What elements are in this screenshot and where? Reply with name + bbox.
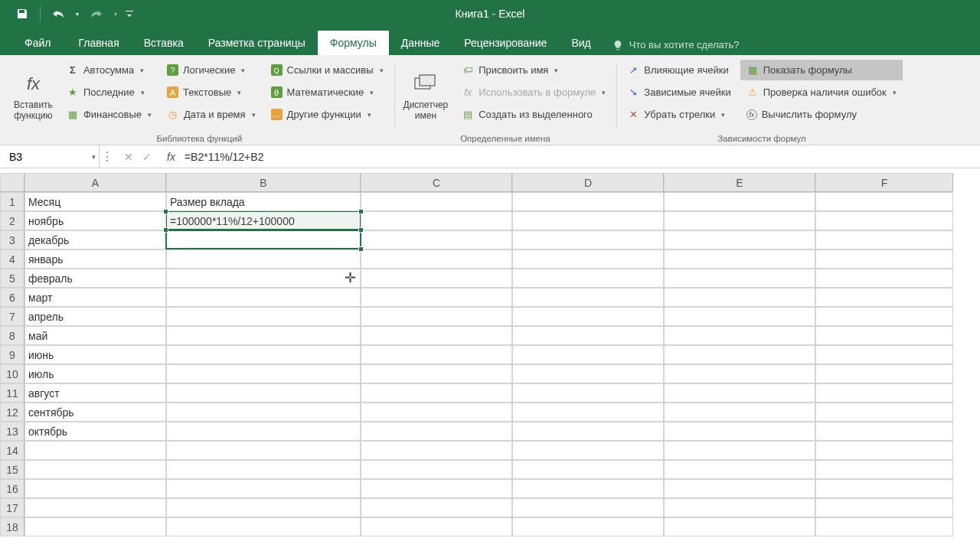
row-header[interactable]: 6 — [0, 288, 24, 307]
show-formulas-button[interactable]: ▦Показать формулы — [740, 60, 903, 80]
cell-A7[interactable]: апрель — [24, 307, 166, 326]
money-icon: ▦ — [67, 109, 79, 121]
fx-icon: fx — [19, 70, 47, 98]
evaluate-formula-button[interactable]: fxВычислить формулу — [740, 104, 903, 125]
row-header[interactable]: 1 — [0, 192, 24, 211]
date-time-button[interactable]: ◷Дата и время▾ — [161, 104, 262, 125]
tab-page-layout[interactable]: Разметка страницы — [196, 31, 318, 55]
text-button[interactable]: AТекстовые▾ — [161, 82, 262, 103]
cell-B2[interactable]: =100000*11%/12+100000 — [166, 211, 361, 230]
row-header[interactable]: 14 — [0, 441, 24, 460]
tab-view[interactable]: Вид — [559, 31, 603, 55]
more-functions-button[interactable]: …Другие функции▾ — [265, 104, 390, 125]
recently-used-button[interactable]: ★Последние▾ — [60, 82, 158, 103]
fx-button[interactable]: fx — [161, 151, 181, 163]
col-header-D[interactable]: D — [512, 173, 664, 192]
cell-F1[interactable] — [815, 192, 953, 211]
cell-A5[interactable]: февраль — [24, 269, 166, 288]
ribbon: fx Вставить функцию ΣАвтосумма▾ ★Последн… — [0, 55, 980, 145]
cell-A11[interactable]: август — [24, 383, 166, 403]
logical-button[interactable]: ?Логические▾ — [161, 60, 262, 80]
lightbulb-icon — [612, 40, 623, 51]
col-header-E[interactable]: E — [664, 173, 815, 192]
cell-A10[interactable]: июль — [24, 364, 166, 383]
name-manager-button[interactable]: Диспетчер имен — [399, 58, 453, 132]
redo-dropdown[interactable]: ▾ — [111, 3, 120, 24]
trace-dependents-button[interactable]: ➘Зависимые ячейки — [621, 82, 737, 103]
error-checking-button[interactable]: ⚠Проверка наличия ошибок▾ — [740, 82, 903, 103]
undo-dropdown[interactable]: ▾ — [73, 3, 82, 24]
cell-C2[interactable] — [361, 211, 512, 230]
cell-E1[interactable] — [664, 192, 815, 211]
more-icon: … — [271, 109, 283, 120]
namebox-dropdown-icon[interactable]: ▾ — [92, 153, 96, 161]
worksheet-grid[interactable]: A B C D E F 1 Месяц Размер вклада 2 нояб… — [0, 173, 980, 536]
name-box[interactable] — [6, 148, 99, 166]
row-header[interactable]: 11 — [0, 383, 24, 403]
cell-A13[interactable]: октябрь — [24, 422, 166, 441]
cell-A6[interactable]: март — [24, 288, 166, 307]
cell-A12[interactable]: сентябрь — [24, 403, 166, 422]
row-header[interactable]: 15 — [0, 460, 24, 479]
tab-review[interactable]: Рецензирование — [452, 31, 559, 55]
row-header[interactable]: 7 — [0, 307, 24, 326]
lookup-button[interactable]: QСсылки и массивы▾ — [265, 60, 390, 80]
tab-insert[interactable]: Вставка — [132, 31, 196, 55]
row-header[interactable]: 4 — [0, 249, 24, 269]
col-header-F[interactable]: F — [815, 173, 953, 192]
redo-button[interactable] — [85, 3, 108, 24]
cell-A3[interactable]: декабрь — [24, 230, 166, 249]
sigma-icon: Σ — [67, 64, 79, 77]
create-from-selection-button[interactable]: ▤Создать из выделенного — [456, 104, 612, 125]
row-header[interactable]: 5 — [0, 269, 24, 288]
row-header[interactable]: 9 — [0, 345, 24, 364]
cancel-formula-button[interactable]: ✕ — [124, 151, 133, 163]
col-header-C[interactable]: C — [361, 173, 512, 192]
row-header[interactable]: 10 — [0, 364, 24, 383]
math-button[interactable]: θМатематические▾ — [265, 82, 390, 103]
save-button[interactable] — [11, 3, 34, 24]
row-header[interactable]: 2 — [0, 211, 24, 230]
undo-button[interactable] — [47, 3, 70, 24]
row-header[interactable]: 16 — [0, 479, 24, 498]
col-header-B[interactable]: B — [166, 173, 361, 192]
autosum-button[interactable]: ΣАвтосумма▾ — [60, 60, 158, 80]
row-header[interactable]: 13 — [0, 422, 24, 441]
clock-icon: ◷ — [167, 109, 179, 121]
text-icon: A — [167, 86, 178, 98]
cell-B3[interactable]: =B2*11%/12+B2 — [166, 230, 361, 249]
accept-formula-button[interactable]: ✓ — [142, 151, 152, 163]
cell-A2[interactable]: ноябрь — [24, 211, 166, 230]
cell-D1[interactable] — [512, 192, 664, 211]
tab-data[interactable]: Данные — [389, 31, 452, 55]
select-all-corner[interactable] — [0, 173, 24, 192]
insert-function-button[interactable]: fx Вставить функцию — [9, 58, 57, 132]
qat-customize[interactable] — [123, 3, 136, 24]
fx-small-icon: fx — [462, 86, 474, 99]
cell-A4[interactable]: январь — [24, 249, 166, 269]
tab-home[interactable]: Главная — [66, 31, 131, 55]
cell-A9[interactable]: июнь — [24, 345, 166, 364]
row-header[interactable]: 8 — [0, 326, 24, 345]
remove-arrows-button[interactable]: ✕Убрать стрелки▾ — [621, 104, 737, 125]
row-header[interactable]: 17 — [0, 498, 24, 517]
cell-B1[interactable]: Размер вклада — [166, 192, 361, 211]
formula-bar: ▾ ⋮ ✕ ✓ fx — [0, 145, 980, 168]
cell-A1[interactable]: Месяц — [24, 192, 166, 211]
tab-formulas[interactable]: Формулы — [318, 31, 389, 55]
row-header[interactable]: 3 — [0, 230, 24, 249]
group-function-library: fx Вставить функцию ΣАвтосумма▾ ★Последн… — [5, 58, 394, 145]
cell-C1[interactable] — [361, 192, 512, 211]
define-name-button[interactable]: 🏷Присвоить имя▾ — [456, 60, 612, 80]
row-header[interactable]: 12 — [0, 403, 24, 422]
tell-me-input[interactable]: Что вы хотите сделать? — [603, 34, 749, 55]
col-header-A[interactable]: A — [24, 173, 166, 192]
group-label-library: Библиотека функций — [9, 132, 390, 145]
tab-file[interactable]: Файл — [9, 31, 66, 55]
financial-button[interactable]: ▦Финансовые▾ — [60, 104, 158, 125]
trace-precedents-button[interactable]: ➚Влияющие ячейки — [621, 60, 737, 80]
cell-A8[interactable]: май — [24, 326, 166, 345]
formula-input[interactable] — [181, 148, 980, 166]
app-title: Книга1 - Excel — [456, 8, 525, 20]
row-header[interactable]: 18 — [0, 517, 24, 536]
